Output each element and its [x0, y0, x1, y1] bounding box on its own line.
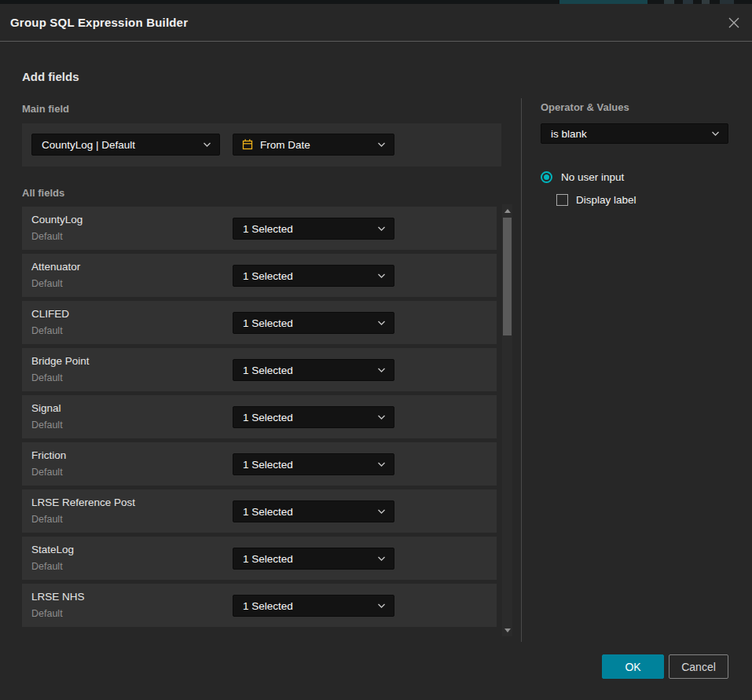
field-selection-value: 1 Selected	[233, 506, 293, 518]
no-user-input-label: No user input	[561, 171, 624, 183]
field-row: Signal Default 1 Selected	[22, 395, 497, 438]
main-field-panel: CountyLog | Default From Date	[22, 123, 501, 167]
field-name: CLIFED	[31, 308, 69, 320]
screen: Group SQL Expression Builder Add fields …	[0, 0, 752, 700]
chevron-down-icon	[377, 142, 386, 148]
chevron-down-icon	[377, 415, 386, 420]
field-name: Bridge Point	[31, 355, 90, 367]
field-selection-value: 1 Selected	[233, 459, 293, 471]
field-selection-value: 1 Selected	[233, 223, 293, 235]
operator-values-panel: Operator & Values is blank No user input…	[541, 4, 728, 700]
main-field-label: Main field	[22, 103, 69, 115]
field-row: Friction Default 1 Selected	[22, 442, 497, 486]
field-sublabel: Default	[31, 608, 63, 619]
field-selection-dropdown[interactable]: 1 Selected	[233, 548, 394, 570]
field-name: Signal	[31, 402, 61, 414]
group-sql-expression-builder-dialog: Group SQL Expression Builder Add fields …	[0, 4, 752, 700]
chevron-down-icon	[377, 556, 386, 562]
close-icon	[727, 16, 741, 30]
field-selection-value: 1 Selected	[233, 412, 293, 423]
operator-dropdown[interactable]: is blank	[541, 123, 728, 144]
no-user-input-radio[interactable]	[541, 171, 552, 183]
field-selection-value: 1 Selected	[233, 600, 293, 612]
field-selection-value: 1 Selected	[233, 317, 293, 329]
chevron-down-icon	[377, 321, 386, 326]
field-selection-dropdown[interactable]: 1 Selected	[233, 359, 394, 381]
field-selection-dropdown[interactable]: 1 Selected	[233, 265, 394, 287]
field-name: CountyLog	[31, 214, 83, 225]
calendar-icon	[241, 138, 254, 151]
field-selection-value: 1 Selected	[233, 270, 293, 282]
operator-value: is blank	[541, 128, 587, 140]
scrollbar-up-arrow[interactable]	[502, 206, 512, 215]
scrollbar-down-arrow[interactable]	[502, 625, 512, 635]
fields-scrollbar[interactable]	[502, 204, 512, 636]
ok-button[interactable]: OK	[602, 654, 664, 679]
cancel-button[interactable]: Cancel	[669, 654, 728, 679]
main-field-source-dropdown[interactable]: CountyLog | Default	[31, 134, 220, 156]
field-sublabel: Default	[31, 231, 63, 242]
display-label-checkbox[interactable]	[556, 194, 568, 206]
field-row: Attenuator Default 1 Selected	[22, 254, 497, 297]
main-field-source-value: CountyLog | Default	[32, 139, 135, 151]
field-row: Bridge Point Default 1 Selected	[22, 348, 497, 391]
no-user-input-option: No user input	[541, 171, 624, 183]
field-row: LRSE Reference Post Default 1 Selected	[22, 489, 497, 533]
all-fields-label: All fields	[22, 187, 64, 199]
dialog-title: Group SQL Expression Builder	[10, 4, 188, 42]
add-fields-heading: Add fields	[22, 70, 79, 83]
field-sublabel: Default	[31, 561, 63, 572]
field-row: CLIFED Default 1 Selected	[22, 301, 497, 344]
field-sublabel: Default	[31, 278, 63, 289]
chevron-down-icon	[377, 226, 386, 232]
field-row: CountyLog Default 1 Selected	[22, 207, 497, 250]
field-selection-value: 1 Selected	[233, 553, 293, 565]
display-label-option: Display label	[556, 194, 636, 206]
field-selection-dropdown[interactable]: 1 Selected	[233, 406, 394, 428]
main-field-field-value: From Date	[254, 139, 310, 151]
field-selection-value: 1 Selected	[233, 365, 293, 376]
dialog-footer: OK Cancel	[602, 654, 728, 679]
field-sublabel: Default	[31, 467, 63, 478]
display-label-text: Display label	[576, 194, 636, 206]
field-name: Friction	[31, 449, 66, 461]
field-selection-dropdown[interactable]: 1 Selected	[233, 218, 394, 240]
field-sublabel: Default	[31, 325, 63, 336]
field-name: LRSE Reference Post	[31, 497, 135, 508]
field-name: Attenuator	[31, 261, 80, 273]
field-row: LRSE NHS Default 1 Selected	[22, 584, 497, 627]
chevron-down-icon	[377, 509, 386, 515]
chevron-down-icon	[203, 142, 211, 148]
operator-values-heading: Operator & Values	[541, 101, 629, 113]
field-sublabel: Default	[31, 514, 63, 525]
all-fields-list: CountyLog Default 1 Selected Attenuator …	[22, 207, 497, 631]
chevron-down-icon	[377, 368, 386, 373]
panel-divider	[521, 98, 522, 642]
field-selection-dropdown[interactable]: 1 Selected	[233, 453, 394, 475]
field-row: StateLog Default 1 Selected	[22, 537, 497, 580]
main-field-field-dropdown[interactable]: From Date	[233, 134, 394, 156]
scrollbar-thumb[interactable]	[503, 218, 512, 335]
chevron-down-icon	[377, 273, 386, 279]
field-sublabel: Default	[31, 372, 63, 383]
field-name: LRSE NHS	[31, 591, 85, 603]
field-sublabel: Default	[31, 420, 63, 431]
chevron-down-icon	[711, 131, 720, 137]
chevron-down-icon	[377, 603, 386, 609]
field-selection-dropdown[interactable]: 1 Selected	[233, 500, 394, 522]
field-selection-dropdown[interactable]: 1 Selected	[233, 595, 394, 617]
field-name: StateLog	[31, 544, 74, 555]
field-selection-dropdown[interactable]: 1 Selected	[233, 312, 394, 334]
chevron-down-icon	[377, 462, 386, 467]
